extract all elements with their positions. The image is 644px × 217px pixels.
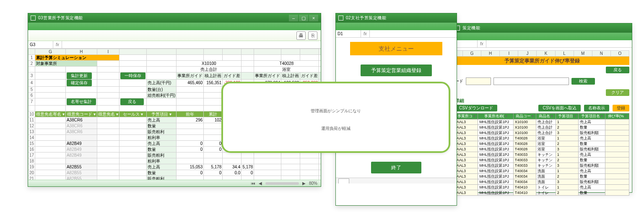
titlebar[interactable]: 策定機能	[452, 23, 632, 33]
update-button[interactable]: 集計更新	[67, 72, 92, 79]
cell[interactable]: T40028	[513, 141, 536, 147]
cell[interactable]: MHL抵住設第1PJ	[478, 119, 513, 125]
cell[interactable]: キッチン	[536, 158, 556, 163]
cell[interactable]: 3	[556, 130, 578, 136]
cell[interactable]: T40028	[513, 147, 536, 152]
table-row[interactable]: AAL3MHL抵住設第1PJT40034洗面3販売粗利額	[455, 179, 629, 185]
cell[interactable]: T40028	[513, 136, 536, 141]
cell[interactable]: T40410	[513, 185, 536, 190]
minimize-button[interactable]: –	[289, 15, 298, 21]
cell[interactable]	[605, 174, 629, 179]
titlebar[interactable]: 03営業所予算策定機能 – ▢ ×	[28, 13, 321, 23]
cell[interactable]	[605, 125, 629, 130]
cell[interactable]: MHL抵住設第1PJ	[478, 174, 513, 179]
cell[interactable]: T40034	[513, 168, 536, 174]
cell[interactable]: トイレ	[536, 185, 556, 190]
cell[interactable]: 数量	[579, 125, 605, 130]
cell-ref[interactable]: G3	[28, 41, 53, 48]
cell[interactable]: AAL3	[455, 179, 478, 185]
back-button[interactable]: 戻る	[120, 98, 144, 105]
cell[interactable]: 数量	[579, 190, 605, 196]
table-row[interactable]: AAL3MHL抵住設第1PJX10100売上合計2数量	[455, 125, 629, 130]
cell[interactable]: 販売粗利額	[579, 147, 605, 152]
cell[interactable]: 1	[556, 119, 578, 125]
table-row[interactable]: AAL3MHL抵住設第1PJT40028浴室2数量	[455, 141, 629, 147]
cell[interactable]: AAL3	[455, 168, 478, 174]
cell[interactable]: AAL3	[455, 190, 478, 196]
cell[interactable]: AAL3	[455, 147, 478, 152]
titlebar[interactable]: 02支社予算策定機能	[336, 13, 457, 23]
cell[interactable]: 2	[556, 174, 578, 179]
cell[interactable]: トイレ	[536, 190, 556, 196]
cell[interactable]: AAL3	[455, 185, 478, 190]
cell[interactable]: 3	[556, 163, 578, 168]
search-button[interactable]: 検索	[571, 78, 595, 85]
cell[interactable]	[605, 185, 629, 190]
cell[interactable]	[605, 190, 629, 196]
cell[interactable]: AAL3	[455, 125, 478, 130]
code-input[interactable]	[466, 78, 491, 85]
cell[interactable]	[605, 152, 629, 158]
cell[interactable]: T40033	[513, 163, 536, 168]
nav-first-icon[interactable]: ⏮	[251, 181, 255, 186]
cell[interactable]: 洗面	[536, 168, 556, 174]
cell[interactable]	[605, 136, 629, 141]
cell[interactable]: 数量	[579, 174, 605, 179]
table-row[interactable]: AAL3MHL抵住設第1PJX10100売上合計3販売粗利額	[455, 130, 629, 136]
cell[interactable]: T40410	[513, 190, 536, 196]
cell[interactable]: 1	[556, 185, 578, 190]
cell[interactable]	[605, 147, 629, 152]
cell[interactable]: 1	[556, 152, 578, 158]
print-icon[interactable]: 🖶	[296, 31, 306, 40]
cell[interactable]	[605, 141, 629, 147]
cell[interactable]	[605, 179, 629, 185]
menu-btn-org-register[interactable]: 予算策定営業組織登録	[361, 65, 432, 76]
cell[interactable]	[605, 158, 629, 163]
cell[interactable]: MHL抵住設第1PJ	[478, 141, 513, 147]
back-button[interactable]: 戻る	[606, 67, 629, 73]
cell[interactable]: AAL3	[455, 163, 478, 168]
cell[interactable]: 浴室	[536, 147, 556, 152]
export-icon[interactable]: ⎘	[308, 31, 317, 40]
cell[interactable]: 浴室	[536, 136, 556, 141]
menu-btn-exit[interactable]: 終了	[371, 162, 421, 173]
cell[interactable]: 売上合計	[536, 119, 556, 125]
cell[interactable]	[605, 119, 629, 125]
maximize-button[interactable]: ▢	[299, 15, 308, 21]
table-row[interactable]: AAL3MHL抵住設第1PJT40410トイレ1売上高	[455, 185, 629, 190]
nav-prev-icon[interactable]: ◀	[259, 181, 262, 186]
cell[interactable]: 2	[556, 190, 578, 196]
cell[interactable]: 売上合計	[536, 125, 556, 130]
cell[interactable]: キッチン	[536, 163, 556, 168]
table-row[interactable]: AAL3MHL抵住設第1PJT40033キッチン1売上高	[455, 152, 629, 158]
cell[interactable]: T40033	[513, 158, 536, 163]
cell[interactable]: MHL抵住設第1PJ	[478, 179, 513, 185]
sheet-tab[interactable]	[338, 178, 349, 183]
table-row[interactable]: AAL3MHL抵住設第1PJT40034洗面2数量	[455, 174, 629, 179]
cell[interactable]: T40034	[513, 179, 536, 185]
cell[interactable]: T40033	[513, 152, 536, 158]
zoom-slider[interactable]	[265, 182, 299, 185]
table-row[interactable]: AAL3MHL抵住設第1PJT40028浴室3販売粗利額	[455, 147, 629, 152]
table-row[interactable]: AAL3MHL抵住設第1PJX10100売上合計1売上高	[455, 119, 629, 125]
formula-input[interactable]	[486, 40, 632, 47]
cell[interactable]: 売上高	[579, 168, 605, 174]
cell[interactable]	[605, 168, 629, 174]
cell[interactable]: AAL3	[455, 158, 478, 163]
cell[interactable]: 売上合計	[536, 130, 556, 136]
name-show-button[interactable]: 名称表示	[584, 105, 609, 111]
cell[interactable]: 売上高	[579, 185, 605, 190]
cell[interactable]: キッチン	[536, 152, 556, 158]
temp-save-button[interactable]: 一時保存	[120, 72, 145, 79]
register-button[interactable]: 登録	[613, 105, 629, 111]
table-row[interactable]: AAL3MHL抵住設第1PJT40034洗面1売上高	[455, 168, 629, 174]
cell[interactable]: 3	[556, 147, 578, 152]
cell[interactable]: 数量	[579, 158, 605, 163]
cell[interactable]: MHL抵住設第1PJ	[478, 168, 513, 174]
csv-upload-button[interactable]: CSVを画面へ取込	[538, 105, 581, 111]
cell[interactable]: T40034	[513, 174, 536, 179]
cell[interactable]: MHL抵住設第1PJ	[478, 152, 513, 158]
cell[interactable]: 売上高	[579, 136, 605, 141]
cell[interactable]: 数量	[579, 141, 605, 147]
cell[interactable]: 浴室	[536, 141, 556, 147]
